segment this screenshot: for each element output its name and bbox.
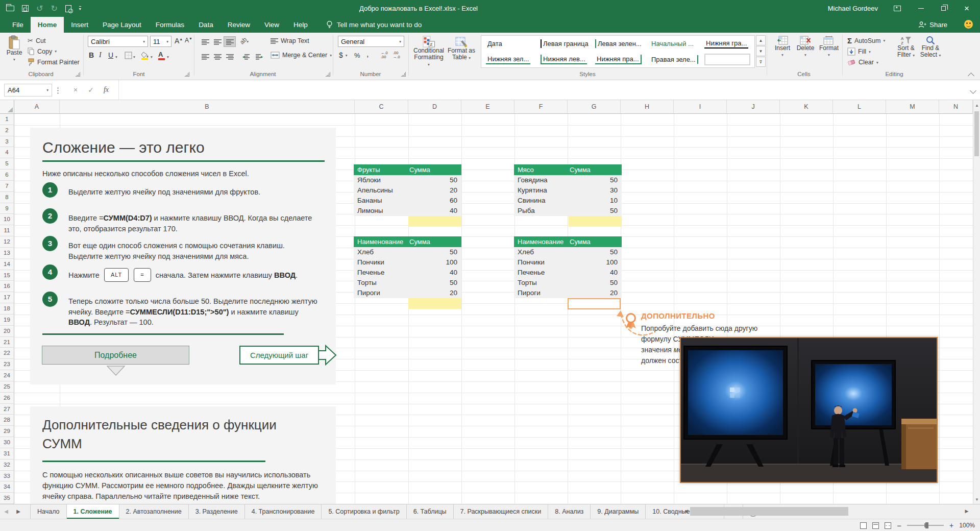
zoom-in-icon[interactable]: +	[949, 521, 953, 529]
column-header-F[interactable]: F	[514, 100, 568, 114]
ribbon-tab-home[interactable]: Home	[31, 17, 64, 33]
cell[interactable]: Рыба	[514, 206, 569, 216]
customize-qat-icon[interactable]: ▾	[79, 6, 81, 11]
fill-color-button[interactable]	[141, 51, 150, 60]
cell[interactable]: 40	[569, 268, 622, 278]
copy-button[interactable]: Copy▾	[28, 47, 57, 55]
row-header-13[interactable]: 13	[0, 248, 14, 259]
cell[interactable]: Яблоки	[354, 175, 408, 185]
cell[interactable]: 20	[408, 185, 461, 196]
redo-icon[interactable]: ↻	[51, 5, 57, 13]
column-header-A[interactable]: A	[14, 100, 60, 114]
cell[interactable]: 100	[569, 257, 622, 268]
row-header-12[interactable]: 12	[0, 236, 14, 248]
font-color-dropdown-icon[interactable]: ▾	[167, 55, 169, 59]
bold-button[interactable]: B	[89, 51, 94, 59]
column-header-N[interactable]: N	[939, 100, 973, 114]
row-header-31[interactable]: 31	[0, 448, 14, 460]
cancel-formula-icon[interactable]: ×	[69, 84, 82, 95]
shrink-font-button[interactable]: A▼	[185, 37, 192, 44]
align-right-button[interactable]	[224, 51, 236, 62]
font-family-select[interactable]: Calibri▾	[88, 36, 148, 47]
sheet-tab-Начало[interactable]: Начало	[31, 504, 67, 519]
percent-style-button[interactable]: %	[354, 52, 360, 59]
cell-style-blank[interactable]	[700, 52, 754, 67]
page-layout-view-icon[interactable]	[872, 522, 879, 529]
ribbon-tab-help[interactable]: Help	[286, 17, 315, 33]
row-header-15[interactable]: 15	[0, 270, 14, 281]
sheet-nav-right-icon[interactable]: ▶	[12, 504, 24, 519]
increase-indent-button[interactable]: ▸	[253, 51, 265, 62]
cell[interactable]: 40	[408, 268, 461, 278]
fill-color-dropdown-icon[interactable]: ▾	[151, 55, 153, 59]
vertical-scrollbar[interactable]: ▲ ▼	[973, 100, 980, 504]
row-header-19[interactable]: 19	[0, 315, 14, 326]
decrease-decimal-button[interactable]: .00 →.0	[393, 51, 400, 59]
row-header-4[interactable]: 4	[0, 147, 14, 158]
save-icon[interactable]	[22, 5, 29, 12]
cell[interactable]: Торты	[354, 278, 408, 288]
scroll-up-icon[interactable]: ▲	[973, 103, 980, 108]
paste-button[interactable]: Paste▾	[4, 35, 24, 68]
row-header-10[interactable]: 10	[0, 214, 14, 225]
cut-button[interactable]: ✂Cut	[28, 37, 45, 44]
format-as-table-button[interactable]: Format asTable ▾	[446, 36, 477, 61]
restore-button[interactable]	[936, 0, 950, 17]
column-header-I[interactable]: I	[674, 100, 727, 114]
column-header-C[interactable]: C	[355, 100, 408, 114]
cell-style-Нижняя зел...[interactable]: Нижняя зел...	[481, 52, 536, 67]
enter-formula-icon[interactable]: ✓	[85, 84, 97, 95]
autosum-button[interactable]: ΣAutoSum▾	[847, 36, 885, 45]
sheet-tab-2. Автозаполнение[interactable]: 2. Автозаполнение	[119, 504, 189, 519]
row-header-21[interactable]: 21	[0, 337, 14, 348]
cell-style-Начальный ...[interactable]: Начальный ...	[645, 36, 700, 52]
column-header-J[interactable]: J	[727, 100, 780, 114]
ribbon-display-options-button[interactable]	[890, 0, 904, 17]
row-header-25[interactable]: 25	[0, 381, 14, 393]
delete-cells-button[interactable]: Delete▾	[794, 36, 817, 58]
column-header-H[interactable]: H	[621, 100, 674, 114]
gallery-expand-icon[interactable]: ⊽	[756, 57, 766, 67]
horizontal-scroll-thumb[interactable]	[690, 507, 848, 516]
row-header-2[interactable]: 2	[0, 125, 14, 136]
cell[interactable]: Бананы	[354, 196, 408, 206]
cell-style-Правая зеле...[interactable]: Правая зеле...	[645, 52, 700, 67]
cell[interactable]: Печенье	[354, 268, 408, 278]
ribbon-tab-review[interactable]: Review	[220, 17, 257, 33]
sheet-tab-5. Сортировка и фильтр[interactable]: 5. Сортировка и фильтр	[322, 504, 406, 519]
row-header-14[interactable]: 14	[0, 259, 14, 270]
row-header-8[interactable]: 8	[0, 192, 14, 203]
underline-button[interactable]: U	[108, 51, 113, 59]
row-header-30[interactable]: 30	[0, 437, 14, 448]
yellow-input-cell[interactable]	[408, 216, 461, 227]
undo-icon[interactable]: ↺	[36, 5, 43, 13]
number-format-select[interactable]: General▾	[338, 36, 404, 47]
cell[interactable]: Пончики	[354, 257, 408, 268]
ribbon-tab-data[interactable]: Data	[191, 17, 220, 33]
minimize-button[interactable]	[914, 0, 928, 17]
align-top-button[interactable]	[199, 36, 211, 47]
horizontal-scrollbar[interactable]: ◀ ▶	[680, 505, 973, 517]
user-name[interactable]: Michael Gordeev	[828, 0, 878, 17]
zoom-slider-thumb[interactable]	[925, 522, 928, 528]
page-break-view-icon[interactable]	[885, 522, 891, 529]
orientation-button[interactable]: ab▾	[240, 37, 249, 44]
conditional-formatting-button[interactable]: ≠ ConditionalFormatting ▾	[413, 36, 444, 68]
row-header-1[interactable]: 1	[0, 114, 14, 125]
column-header-B[interactable]: B	[60, 100, 355, 114]
increase-decimal-button[interactable]: ←.0 .00	[381, 51, 388, 59]
cell[interactable]: 100	[408, 257, 461, 268]
gallery-scroll-up-icon[interactable]: ▲	[756, 35, 766, 45]
sheet-tab-7. Раскрывающиеся списки[interactable]: 7. Раскрывающиеся списки	[454, 504, 549, 519]
cell[interactable]: 50	[408, 175, 461, 185]
column-header-D[interactable]: D	[408, 100, 461, 114]
row-header-6[interactable]: 6	[0, 170, 14, 181]
ribbon-tab-page-layout[interactable]: Page Layout	[95, 17, 149, 33]
row-header-27[interactable]: 27	[0, 404, 14, 415]
sheet-tab-1. Сложение[interactable]: 1. Сложение	[67, 504, 119, 519]
row-header-17[interactable]: 17	[0, 292, 14, 303]
hscroll-right-icon[interactable]: ▶	[961, 505, 973, 517]
cell-style-Нижняя пра...[interactable]: Нижняя пра...	[591, 52, 645, 67]
next-step-button[interactable]: Следующий шаг	[239, 346, 319, 365]
cell[interactable]: Пончики	[514, 257, 569, 268]
